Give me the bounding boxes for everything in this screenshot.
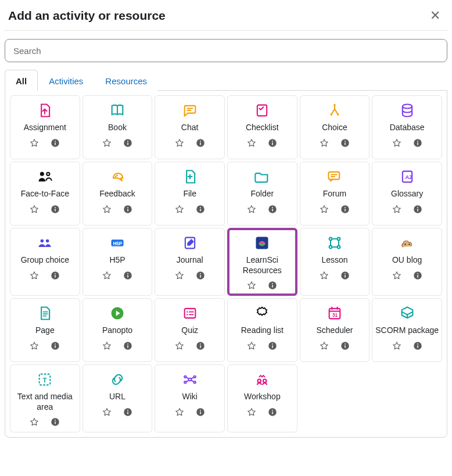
info-icon[interactable] [123, 270, 133, 281]
info-icon[interactable] [50, 270, 60, 281]
info-icon[interactable] [340, 138, 350, 148]
star-icon[interactable] [29, 138, 40, 148]
activity-card-reading-list[interactable]: Reading list [227, 298, 297, 362]
info-icon[interactable] [267, 138, 278, 148]
star-icon[interactable] [102, 138, 112, 148]
star-icon[interactable] [319, 270, 329, 281]
activity-card-file[interactable]: File [155, 162, 225, 226]
activity-card-quiz[interactable]: Quiz [155, 298, 225, 362]
info-icon[interactable] [195, 341, 206, 351]
info-icon[interactable] [50, 204, 60, 214]
info-icon[interactable] [412, 138, 423, 148]
info-icon[interactable] [340, 204, 350, 214]
activity-card-group-choice[interactable]: Group choice [10, 228, 80, 296]
star-icon[interactable] [392, 270, 402, 281]
scheduler-icon [324, 305, 345, 322]
tab-all[interactable]: All [5, 70, 38, 91]
tab-activities[interactable]: Activities [38, 70, 94, 91]
star-icon[interactable] [29, 270, 40, 281]
activity-label: Face-to-Face [21, 189, 69, 199]
star-icon[interactable] [29, 204, 40, 214]
info-icon[interactable] [123, 341, 133, 351]
star-icon[interactable] [319, 341, 329, 351]
star-icon[interactable] [102, 204, 112, 214]
activity-card-folder[interactable]: Folder [227, 162, 297, 226]
close-button[interactable]: ✕ [426, 8, 444, 23]
info-icon[interactable] [412, 270, 423, 281]
activity-card-lesson[interactable]: Lesson [300, 228, 370, 296]
info-icon[interactable] [267, 341, 278, 351]
activity-card-glossary[interactable]: Glossary [372, 162, 442, 226]
star-icon[interactable] [319, 138, 329, 148]
card-actions [102, 341, 133, 351]
card-actions [174, 407, 206, 417]
activity-card-database[interactable]: Database [372, 95, 442, 159]
activity-card-url[interactable]: URL [82, 364, 153, 432]
star-icon[interactable] [29, 341, 40, 351]
info-icon[interactable] [123, 204, 133, 214]
star-icon[interactable] [319, 204, 329, 214]
activity-card-text-media[interactable]: Text and media area [10, 364, 80, 432]
info-icon[interactable] [50, 138, 60, 148]
activity-label: Choice [322, 123, 347, 133]
activity-card-learnsci[interactable]: LearnSci Resources [227, 228, 297, 296]
activity-card-page[interactable]: Page [10, 298, 80, 362]
activity-card-book[interactable]: Book [82, 95, 153, 159]
info-icon[interactable] [267, 204, 278, 214]
info-icon[interactable] [195, 270, 206, 281]
info-icon[interactable] [123, 138, 133, 148]
info-icon[interactable] [195, 407, 206, 417]
star-icon[interactable] [174, 138, 185, 148]
info-icon[interactable] [412, 204, 423, 214]
star-icon[interactable] [102, 341, 112, 351]
activity-card-chat[interactable]: Chat [155, 95, 225, 159]
info-icon[interactable] [195, 204, 206, 214]
card-actions [319, 270, 350, 281]
info-icon[interactable] [50, 417, 60, 427]
info-icon[interactable] [340, 270, 350, 281]
journal-icon [180, 234, 200, 252]
activity-card-oublog[interactable]: OU blog [372, 228, 442, 296]
card-actions [174, 204, 206, 214]
info-icon[interactable] [123, 407, 133, 417]
star-icon[interactable] [246, 138, 257, 148]
star-icon[interactable] [246, 407, 257, 417]
activity-card-forum[interactable]: Forum [300, 162, 370, 226]
star-icon[interactable] [102, 270, 112, 281]
activity-card-assignment[interactable]: Assignment [10, 95, 80, 159]
info-icon[interactable] [412, 341, 423, 351]
activity-card-h5p[interactable]: H5P [82, 228, 153, 296]
info-icon[interactable] [340, 341, 350, 351]
search-input[interactable] [5, 39, 447, 62]
star-icon[interactable] [174, 204, 185, 214]
activity-card-face-to-face[interactable]: Face-to-Face [10, 162, 80, 226]
activity-card-workshop[interactable]: Workshop [227, 364, 297, 432]
activity-card-wiki[interactable]: Wiki [155, 364, 225, 432]
star-icon[interactable] [174, 407, 185, 417]
info-icon[interactable] [50, 341, 60, 351]
star-icon[interactable] [174, 270, 185, 281]
info-icon[interactable] [195, 138, 206, 148]
activity-label: H5P [109, 255, 125, 266]
activity-card-choice[interactable]: Choice [300, 95, 370, 159]
star-icon[interactable] [246, 204, 257, 214]
activity-card-feedback[interactable]: Feedback [82, 162, 153, 226]
star-icon[interactable] [246, 280, 257, 291]
star-icon[interactable] [392, 341, 402, 351]
star-icon[interactable] [102, 407, 112, 417]
tab-resources[interactable]: Resources [94, 70, 158, 91]
star-icon[interactable] [174, 341, 185, 351]
workshop-icon [252, 371, 272, 388]
star-icon[interactable] [392, 204, 402, 214]
activity-card-checklist[interactable]: Checklist [227, 95, 297, 159]
activity-card-scorm[interactable]: SCORM package [372, 298, 442, 362]
activity-card-scheduler[interactable]: Scheduler [300, 298, 370, 362]
activity-card-journal[interactable]: Journal [155, 228, 225, 296]
star-icon[interactable] [392, 138, 402, 148]
star-icon[interactable] [246, 341, 257, 351]
info-icon[interactable] [267, 280, 278, 291]
card-actions [319, 341, 350, 351]
info-icon[interactable] [267, 407, 278, 417]
activity-card-panopto[interactable]: Panopto [82, 298, 153, 362]
star-icon[interactable] [29, 417, 40, 427]
